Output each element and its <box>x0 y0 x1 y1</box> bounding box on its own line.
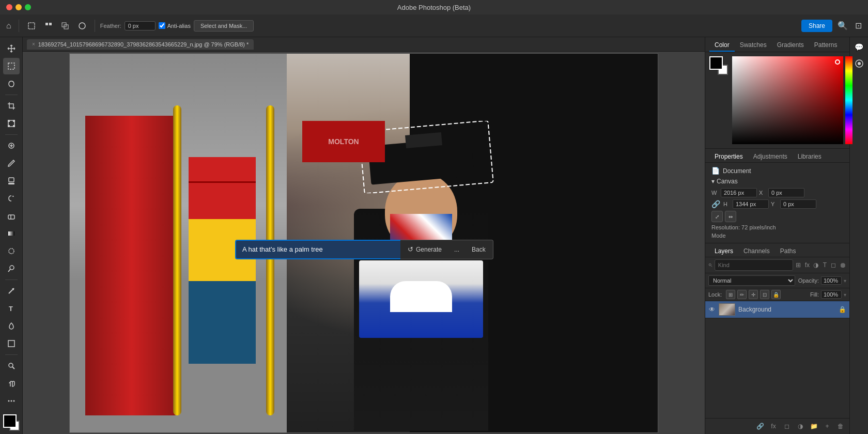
eraser-tool[interactable] <box>3 208 20 224</box>
tab-channels[interactable]: Channels <box>738 245 775 257</box>
lock-artboard-btn[interactable]: ⊡ <box>760 290 769 299</box>
generate-prompt-input[interactable] <box>235 240 400 259</box>
tab-swatches[interactable]: Swatches <box>735 39 772 52</box>
pen-tool[interactable] <box>3 318 20 334</box>
tab-properties[interactable]: Properties <box>709 151 748 162</box>
layer-background[interactable]: 👁 Background 🔒 <box>705 301 849 318</box>
feather-input[interactable] <box>125 21 156 30</box>
width-input[interactable] <box>721 188 757 197</box>
lock-image-btn[interactable]: ✏ <box>737 290 747 299</box>
minimize-button[interactable] <box>16 4 22 10</box>
intersect-btn[interactable] <box>58 20 72 32</box>
color-panel-tabs: Color Swatches Gradients Patterns <box>705 37 849 52</box>
tab-color[interactable]: Color <box>709 39 735 52</box>
foreground-color-swatch[interactable] <box>3 414 17 428</box>
app-title: Adobe Photoshop (Beta) <box>397 4 471 11</box>
layer-filter-text-btn[interactable]: T <box>822 260 828 270</box>
blur-tool[interactable] <box>3 243 20 259</box>
tab-adjustments[interactable]: Adjustments <box>748 151 793 162</box>
document-tab[interactable]: × 183692754_10157968696732890_3798362863… <box>27 39 254 50</box>
new-layer-btn[interactable]: + <box>822 421 833 432</box>
group-layer-btn[interactable]: 📁 <box>808 421 819 432</box>
layer-filter-smart-btn[interactable]: ◻ <box>830 260 837 270</box>
x-input[interactable] <box>768 188 804 197</box>
canvas-rotate-btn[interactable]: ⤢ <box>711 211 723 222</box>
layer-thumbnail <box>719 303 735 316</box>
layer-mask-btn[interactable]: ◻ <box>781 421 793 432</box>
dodge-tool[interactable] <box>3 260 20 277</box>
lasso-tool[interactable] <box>3 75 20 92</box>
tab-patterns[interactable]: Patterns <box>809 39 843 52</box>
tab-gradients[interactable]: Gradients <box>772 39 809 52</box>
lock-all-btn[interactable]: 🔒 <box>771 290 781 299</box>
move-tool[interactable] <box>3 40 20 57</box>
more-tools-btn[interactable] <box>3 393 20 409</box>
close-button[interactable] <box>6 4 12 10</box>
hue-slider[interactable] <box>845 56 853 144</box>
tab-close-icon[interactable]: × <box>32 41 35 47</box>
color-panel-icon-btn[interactable] <box>853 57 866 70</box>
layers-blend-options: Normal Opacity: ▾ <box>705 273 849 288</box>
tab-paths[interactable]: Paths <box>775 245 801 257</box>
brush-tool[interactable] <box>3 155 20 172</box>
document-row: 📄 Document <box>711 167 843 175</box>
layer-eye-icon[interactable]: 👁 <box>708 306 716 313</box>
workspace-button[interactable]: ⊡ <box>853 19 864 33</box>
history-brush-tool[interactable] <box>3 190 20 207</box>
back-button[interactable]: Back <box>464 240 493 259</box>
canvas-section[interactable]: ▾ Canvas <box>711 178 843 185</box>
tab-layers[interactable]: Layers <box>709 245 738 257</box>
zoom-tool[interactable] <box>3 358 20 374</box>
rect-marquee-tool-btn[interactable] <box>24 20 39 32</box>
lock-position-btn[interactable]: ✛ <box>749 290 758 299</box>
tab-libraries[interactable]: Libraries <box>793 151 827 162</box>
layer-filter-effect-btn[interactable]: fx <box>804 260 811 270</box>
type-tool[interactable]: T <box>3 300 20 317</box>
generate-button[interactable]: ↺ Generate <box>400 240 449 259</box>
hand-tool[interactable] <box>3 375 20 392</box>
anti-alias-checkbox[interactable]: Anti-alias <box>159 22 191 29</box>
layer-filter-toggle[interactable]: ⏺ <box>839 260 846 270</box>
fill-input[interactable] <box>821 290 842 299</box>
subtract-btn[interactable] <box>75 20 89 32</box>
select-mask-button[interactable]: Select and Mask... <box>194 20 254 32</box>
lock-transparent-btn[interactable]: ⊞ <box>726 290 735 299</box>
transform-tool[interactable] <box>3 115 20 132</box>
canvas-container[interactable]: MOLTON ↺ Generate ... Back <box>23 52 705 434</box>
opacity-input[interactable] <box>821 276 842 285</box>
fill-row: Fill: ▾ <box>810 290 846 299</box>
path-select-tool[interactable] <box>3 283 20 299</box>
layer-filter-adjustment-btn[interactable]: ◑ <box>813 260 819 270</box>
crop-tool[interactable] <box>3 98 20 114</box>
more-options-button[interactable]: ... <box>449 240 464 259</box>
gradient-tool[interactable] <box>3 225 20 242</box>
shape-tool[interactable] <box>3 335 20 352</box>
spot-heal-tool[interactable] <box>3 137 20 154</box>
maximize-button[interactable] <box>25 4 31 10</box>
color-gradient[interactable] <box>732 56 843 144</box>
layers-search-input[interactable] <box>715 259 793 271</box>
height-input[interactable] <box>733 199 769 209</box>
y-input[interactable] <box>780 199 816 209</box>
canvas-flip-btn[interactable]: ⇔ <box>725 211 736 222</box>
svg-rect-17 <box>8 231 14 236</box>
shape-selector-btn[interactable] <box>42 20 55 32</box>
fg-color-swatch[interactable] <box>709 56 723 70</box>
svg-rect-10 <box>8 125 10 127</box>
layer-filter-type-btn[interactable]: ⊞ <box>795 260 802 270</box>
svg-point-27 <box>13 400 14 402</box>
adjustment-layer-btn[interactable]: ◑ <box>795 421 806 432</box>
layers-tabs: Layers Channels Paths <box>705 243 849 257</box>
stamp-tool[interactable] <box>3 173 20 189</box>
home-button[interactable]: ⌂ <box>4 19 13 33</box>
link-layers-btn[interactable]: 🔗 <box>754 421 766 432</box>
marquee-tool[interactable] <box>3 58 20 74</box>
search-toolbar-button[interactable]: 🔍 <box>835 19 850 33</box>
svg-point-25 <box>8 400 9 402</box>
comment-icon-btn[interactable]: 💬 <box>853 40 866 54</box>
blend-mode-select[interactable]: Normal <box>708 275 795 286</box>
layer-style-btn[interactable]: fx <box>768 421 779 432</box>
share-button[interactable]: Share <box>801 20 832 32</box>
delete-layer-btn[interactable]: 🗑 <box>835 421 846 432</box>
properties-tabs: Properties Adjustments Libraries <box>705 149 849 163</box>
